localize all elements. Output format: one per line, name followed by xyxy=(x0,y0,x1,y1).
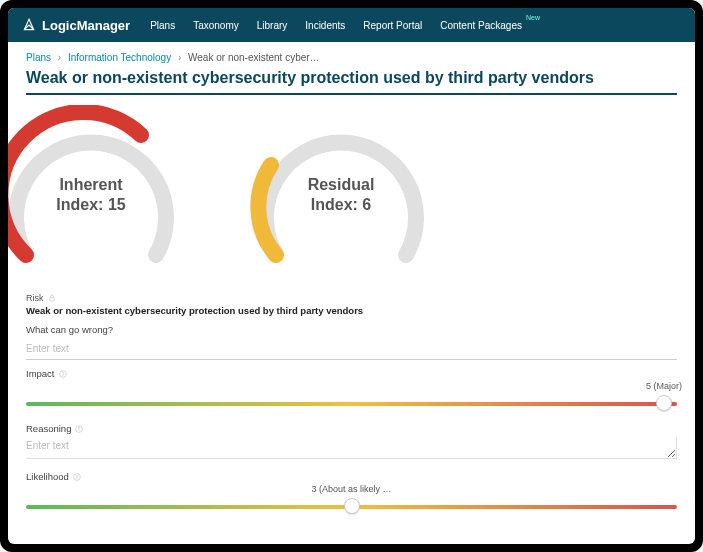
nav-taxonomy[interactable]: Taxonomy xyxy=(193,20,239,31)
chevron-right-icon: › xyxy=(178,52,181,63)
impact-label-row: Impact xyxy=(26,368,677,379)
new-badge: New xyxy=(526,14,540,21)
info-icon xyxy=(75,425,83,433)
nav-label: Report Portal xyxy=(363,20,422,31)
slider-thumb[interactable] xyxy=(344,498,360,514)
nav-items: Plans Taxonomy Library Incidents Report … xyxy=(150,20,522,31)
gauge-residual: Residual Index: 6 xyxy=(236,105,446,285)
brand-icon xyxy=(22,18,36,32)
nav-plans[interactable]: Plans xyxy=(150,20,175,31)
svg-point-9 xyxy=(76,475,77,476)
reasoning-input[interactable] xyxy=(26,437,677,459)
slider-thumb[interactable] xyxy=(656,395,672,411)
nav-content-packages[interactable]: Content Packages New xyxy=(440,20,522,31)
gauge-residual-label: Residual Index: 6 xyxy=(308,175,375,215)
nav-label: Library xyxy=(257,20,288,31)
impact-slider[interactable]: 5 (Major) xyxy=(26,393,677,415)
nav-report-portal[interactable]: Report Portal xyxy=(363,20,422,31)
info-icon xyxy=(73,473,81,481)
nav-library[interactable]: Library xyxy=(257,20,288,31)
top-nav: LogicManager Plans Taxonomy Library Inci… xyxy=(8,8,695,42)
likelihood-label: Likelihood xyxy=(26,471,69,482)
gauge-value: Index: 6 xyxy=(308,195,375,215)
content-area: Plans › Information Technology › Weak or… xyxy=(8,42,695,544)
info-icon xyxy=(59,370,67,378)
impact-value-label: 5 (Major) xyxy=(646,381,682,391)
slider-track xyxy=(26,402,677,406)
impact-label: Impact xyxy=(26,368,55,379)
chevron-right-icon: › xyxy=(58,52,61,63)
nav-incidents[interactable]: Incidents xyxy=(305,20,345,31)
likelihood-slider[interactable]: 3 (About as likely … xyxy=(26,496,677,518)
gauge-inherent-label: Inherent Index: 15 xyxy=(56,175,125,215)
breadcrumb: Plans › Information Technology › Weak or… xyxy=(26,52,677,63)
nav-label: Taxonomy xyxy=(193,20,239,31)
brand-logo[interactable]: LogicManager xyxy=(22,18,130,33)
gauge-value: Index: 15 xyxy=(56,195,125,215)
breadcrumb-plans[interactable]: Plans xyxy=(26,52,51,63)
gauge-title: Residual xyxy=(308,175,375,195)
page-title: Weak or non-existent cybersecurity prote… xyxy=(26,69,677,95)
reasoning-label: Reasoning xyxy=(26,423,71,434)
svg-point-3 xyxy=(62,372,63,373)
breadcrumb-current: Weak or non-existent cyber… xyxy=(188,52,320,63)
gauge-title: Inherent xyxy=(56,175,125,195)
gauges-row: Inherent Index: 15 Residual Index: 6 xyxy=(8,105,677,285)
likelihood-label-row: Likelihood xyxy=(26,471,677,482)
brand-text: LogicManager xyxy=(42,18,130,33)
svg-point-6 xyxy=(79,427,80,428)
gauge-inherent: Inherent Index: 15 xyxy=(8,105,196,285)
likelihood-value-label: 3 (About as likely … xyxy=(311,484,391,494)
lock-icon xyxy=(48,294,56,302)
svg-rect-0 xyxy=(49,298,54,301)
nav-label: Incidents xyxy=(305,20,345,31)
risk-label: Risk xyxy=(26,293,44,303)
risk-value: Weak or non-existent cybersecurity prote… xyxy=(26,305,677,316)
reasoning-label-row: Reasoning xyxy=(26,423,677,434)
wrong-label: What can go wrong? xyxy=(26,324,677,335)
breadcrumb-section[interactable]: Information Technology xyxy=(68,52,171,63)
risk-label-row: Risk xyxy=(26,293,677,303)
wrong-input[interactable] xyxy=(26,340,677,360)
nav-label: Content Packages xyxy=(440,20,522,31)
nav-label: Plans xyxy=(150,20,175,31)
